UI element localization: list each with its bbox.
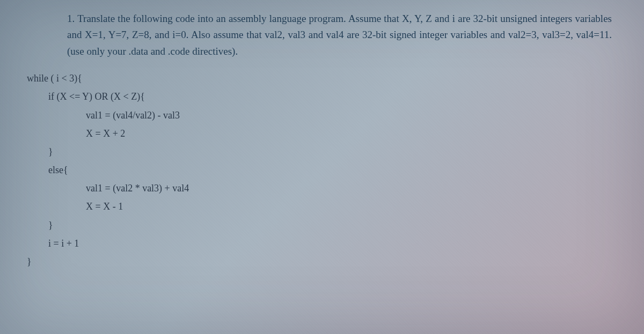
problem-number: 1. [67, 13, 75, 24]
code-line: if (X <= Y) OR (X < Z){ [27, 87, 623, 106]
code-line: } [27, 216, 623, 234]
code-line: } [27, 143, 623, 161]
code-line: else{ [27, 161, 623, 179]
code-line: X = X + 2 [27, 124, 623, 143]
code-line: X = X - 1 [27, 197, 623, 216]
pseudocode-block: while ( i < 3){ if (X <= Y) OR (X < Z){ … [27, 69, 623, 271]
problem-statement: 1. Translate the following code into an … [67, 11, 623, 60]
code-line: val1 = (val4/val2) - val3 [27, 106, 623, 124]
code-line: while ( i < 3){ [27, 69, 623, 87]
code-line: i = i + 1 [27, 234, 623, 253]
problem-body: Translate the following code into an ass… [67, 13, 612, 57]
code-line: } [27, 253, 623, 271]
code-line: val1 = (val2 * val3) + val4 [27, 179, 623, 197]
